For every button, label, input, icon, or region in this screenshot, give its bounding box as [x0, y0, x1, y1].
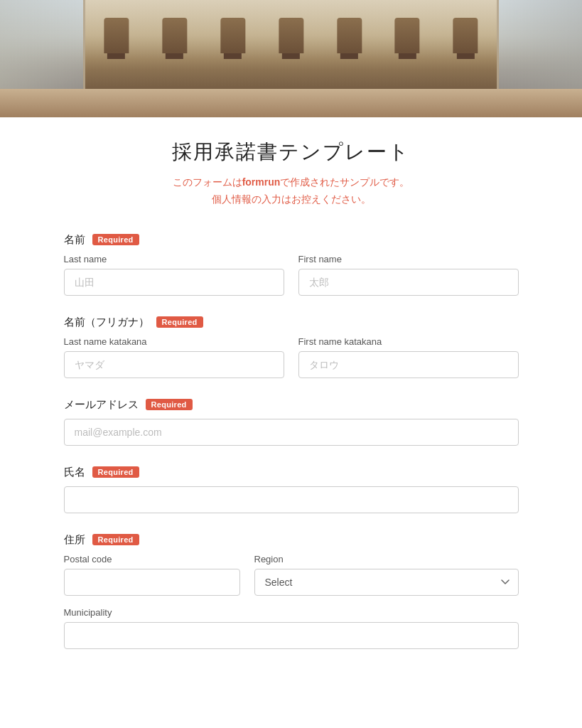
name-fields-row: Last name First name: [64, 254, 519, 296]
page-title: 採用承諾書テンプレート: [64, 139, 519, 166]
fullname-label-row: 氏名 Required: [64, 466, 519, 479]
last-name-katakana-col: Last name katakana: [64, 336, 284, 378]
region-col: Region Select: [254, 554, 519, 596]
postal-label: Postal code: [64, 554, 240, 564]
first-name-katakana-input[interactable]: [298, 351, 519, 378]
address-label: 住所: [64, 533, 85, 547]
form-container: 採用承諾書テンプレート このフォームはformrunで作成されたサンプルです。 …: [21, 117, 561, 697]
postal-code-input[interactable]: [64, 569, 240, 596]
last-name-label: Last name: [64, 254, 284, 264]
email-required-badge: Required: [146, 399, 193, 410]
name-katakana-label-row: 名前（フリガナ） Required: [64, 316, 519, 329]
form-notice: このフォームはformrunで作成されたサンプルです。 個人情報の入力はお控えく…: [64, 174, 519, 208]
fullname-section: 氏名 Required: [64, 466, 519, 513]
name-required-badge: Required: [92, 234, 139, 245]
fullname-required-badge: Required: [92, 466, 139, 478]
email-label: メールアドレス: [64, 398, 139, 412]
first-name-input[interactable]: [298, 269, 519, 296]
address-section: 住所 Required Postal code Region Select Mu…: [64, 533, 519, 649]
name-katakana-fields-row: Last name katakana First name katakana: [64, 336, 519, 378]
last-name-katakana-input[interactable]: [64, 351, 284, 378]
municipality-row: Municipality: [64, 607, 519, 649]
first-name-katakana-label: First name katakana: [298, 336, 519, 347]
fullname-input[interactable]: [64, 486, 519, 513]
first-name-col: First name: [298, 254, 519, 296]
address-required-badge: Required: [92, 534, 139, 545]
email-section: メールアドレス Required: [64, 398, 519, 446]
name-katakana-required-badge: Required: [156, 316, 203, 328]
first-name-katakana-col: First name katakana: [298, 336, 519, 378]
name-katakana-section: 名前（フリガナ） Required Last name katakana Fir…: [64, 316, 519, 378]
address-label-row: 住所 Required: [64, 533, 519, 547]
postal-col: Postal code: [64, 554, 240, 596]
municipality-label: Municipality: [64, 607, 519, 618]
email-input[interactable]: [64, 419, 519, 446]
first-name-label: First name: [298, 254, 519, 264]
fullname-label: 氏名: [64, 466, 85, 479]
hero-banner: [0, 0, 582, 117]
name-katakana-label: 名前（フリガナ）: [64, 316, 149, 329]
last-name-katakana-label: Last name katakana: [64, 336, 284, 347]
municipality-input[interactable]: [64, 622, 519, 649]
email-label-row: メールアドレス Required: [64, 398, 519, 412]
region-select[interactable]: Select: [254, 569, 519, 596]
last-name-input[interactable]: [64, 269, 284, 296]
name-label-row: 名前 Required: [64, 233, 519, 247]
name-label: 名前: [64, 233, 85, 247]
name-section: 名前 Required Last name First name: [64, 233, 519, 296]
last-name-col: Last name: [64, 254, 284, 296]
region-label: Region: [254, 554, 519, 564]
postal-region-row: Postal code Region Select: [64, 554, 519, 596]
